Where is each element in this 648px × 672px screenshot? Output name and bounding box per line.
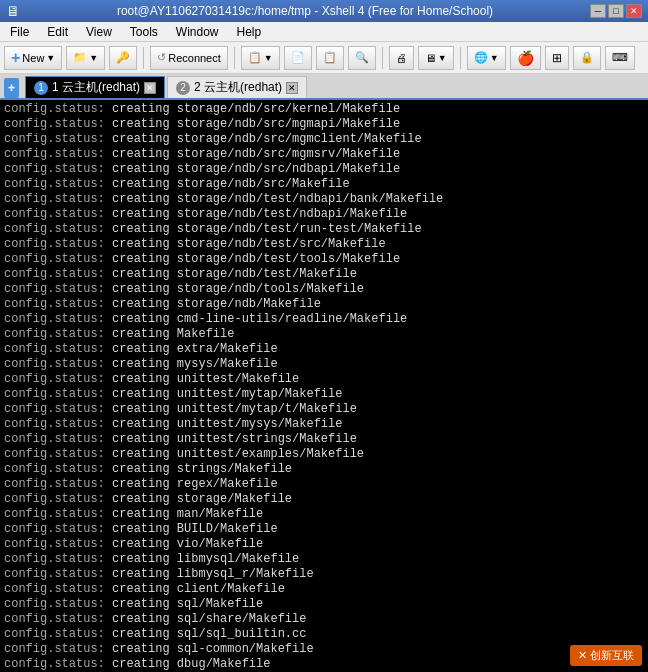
terminal-line: config.status: creating storage/ndb/test… bbox=[4, 252, 644, 267]
terminal-line: config.status: creating strings/Makefile bbox=[4, 462, 644, 477]
toolbar: + New ▼ 📁 ▼ 🔑 ↺ Reconnect 📋 ▼ 📄 📋 🔍 🖨 🖥 … bbox=[0, 42, 648, 74]
key-icon: 🔑 bbox=[116, 51, 130, 64]
terminal-line: config.status: creating storage/ndb/test… bbox=[4, 192, 644, 207]
terminal-line: config.status: creating storage/ndb/test… bbox=[4, 222, 644, 237]
reconnect-label: Reconnect bbox=[168, 52, 221, 64]
globe-button[interactable]: 🌐 ▼ bbox=[467, 46, 506, 70]
tab-1[interactable]: 1 1 云主机(redhat) ✕ bbox=[25, 76, 165, 98]
terminal-line: config.status: creating client/Makefile bbox=[4, 582, 644, 597]
terminal-line: config.status: creating storage/ndb/test… bbox=[4, 267, 644, 282]
menu-window[interactable]: Window bbox=[170, 24, 225, 40]
maximize-button[interactable]: □ bbox=[608, 4, 624, 18]
transfer-icon: 📄 bbox=[291, 51, 305, 64]
view-icon: 📋 bbox=[248, 51, 262, 64]
terminal-line: config.status: creating libmysql/Makefil… bbox=[4, 552, 644, 567]
clipboard-button[interactable]: 📋 bbox=[316, 46, 344, 70]
folder-button[interactable]: 📁 ▼ bbox=[66, 46, 105, 70]
terminal-line: config.status: creating unittest/mysys/M… bbox=[4, 417, 644, 432]
lock-button[interactable]: 🔒 bbox=[573, 46, 601, 70]
terminal-line: config.status: creating sql/Makefile bbox=[4, 597, 644, 612]
tab-1-num: 1 bbox=[34, 81, 48, 95]
menu-help[interactable]: Help bbox=[231, 24, 268, 40]
layout-button[interactable]: ⊞ bbox=[545, 46, 569, 70]
terminal-line: config.status: creating sql/sql_builtin.… bbox=[4, 627, 644, 642]
folder-dropdown-icon: ▼ bbox=[89, 53, 98, 63]
tab-2[interactable]: 2 2 云主机(redhat) ✕ bbox=[167, 76, 307, 98]
tab-2-num: 2 bbox=[176, 81, 190, 95]
terminal-line: config.status: creating storage/ndb/src/… bbox=[4, 162, 644, 177]
tab-2-close[interactable]: ✕ bbox=[286, 82, 298, 94]
tab-1-label: 1 云主机(redhat) bbox=[52, 79, 140, 96]
terminal-line: config.status: creating storage/ndb/Make… bbox=[4, 297, 644, 312]
title-bar: 🖥 root@AY110627031419c:/home/tmp - Xshel… bbox=[0, 0, 648, 22]
terminal-line: config.status: creating unittest/Makefil… bbox=[4, 372, 644, 387]
terminal-line: config.status: creating mysys/Makefile bbox=[4, 357, 644, 372]
terminal-line: config.status: creating libmysql_r/Makef… bbox=[4, 567, 644, 582]
minimize-button[interactable]: ─ bbox=[590, 4, 606, 18]
view-dropdown-icon: ▼ bbox=[264, 53, 273, 63]
clipboard-icon: 📋 bbox=[323, 51, 337, 64]
title-bar-icon: 🖥 bbox=[6, 3, 20, 19]
title-bar-controls: ─ □ ✕ bbox=[590, 4, 642, 18]
terminal-line: config.status: creating storage/ndb/src/… bbox=[4, 132, 644, 147]
menu-edit[interactable]: Edit bbox=[41, 24, 74, 40]
monitor-button[interactable]: 🖥 ▼ bbox=[418, 46, 454, 70]
menu-view[interactable]: View bbox=[80, 24, 118, 40]
key-button[interactable]: 🔑 bbox=[109, 46, 137, 70]
keyboard-button[interactable]: ⌨ bbox=[605, 46, 635, 70]
transfer-button[interactable]: 📄 bbox=[284, 46, 312, 70]
terminal-line: config.status: creating unittest/mytap/M… bbox=[4, 387, 644, 402]
folder-icon: 📁 bbox=[73, 51, 87, 64]
new-icon: + bbox=[11, 49, 20, 67]
separator-3 bbox=[382, 47, 383, 69]
separator-2 bbox=[234, 47, 235, 69]
terminal-line: config.status: creating unittest/example… bbox=[4, 447, 644, 462]
menu-file[interactable]: File bbox=[4, 24, 35, 40]
print-icon: 🖨 bbox=[396, 52, 407, 64]
menu-bar: File Edit View Tools Window Help bbox=[0, 22, 648, 42]
terminal-line: config.status: creating storage/Makefile bbox=[4, 492, 644, 507]
terminal-line: config.status: creating cmd-line-utils/r… bbox=[4, 312, 644, 327]
terminal-line: config.status: creating storage/ndb/src/… bbox=[4, 147, 644, 162]
terminal[interactable]: config.status: creating storage/ndb/src/… bbox=[0, 100, 648, 672]
new-button[interactable]: + New ▼ bbox=[4, 46, 62, 70]
tab-add-icon: + bbox=[4, 78, 19, 98]
terminal-line: config.status: creating dbug/Makefile bbox=[4, 657, 644, 672]
dropdown-arrow-icon: ▼ bbox=[46, 53, 55, 63]
terminal-line: config.status: creating sql-common/Makef… bbox=[4, 642, 644, 657]
terminal-line: config.status: creating man/Makefile bbox=[4, 507, 644, 522]
terminal-line: config.status: creating storage/ndb/src/… bbox=[4, 177, 644, 192]
terminal-line: config.status: creating extra/Makefile bbox=[4, 342, 644, 357]
tab-2-label: 2 云主机(redhat) bbox=[194, 79, 282, 96]
view-button[interactable]: 📋 ▼ bbox=[241, 46, 280, 70]
terminal-line: config.status: creating storage/ndb/src/… bbox=[4, 117, 644, 132]
title-bar-title: root@AY110627031419c:/home/tmp - Xshell … bbox=[20, 4, 590, 18]
new-label: New bbox=[22, 52, 44, 64]
layout-icon: ⊞ bbox=[552, 51, 562, 65]
icon-button2[interactable]: 🍎 bbox=[510, 46, 541, 70]
reconnect-button[interactable]: ↺ Reconnect bbox=[150, 46, 228, 70]
terminal-line: config.status: creating storage/ndb/tool… bbox=[4, 282, 644, 297]
terminal-line: config.status: creating vio/Makefile bbox=[4, 537, 644, 552]
globe-dropdown-icon: ▼ bbox=[490, 53, 499, 63]
monitor-dropdown-icon: ▼ bbox=[438, 53, 447, 63]
separator-4 bbox=[460, 47, 461, 69]
separator-1 bbox=[143, 47, 144, 69]
search-button[interactable]: 🔍 bbox=[348, 46, 376, 70]
monitor-icon: 🖥 bbox=[425, 52, 436, 64]
tab-1-close[interactable]: ✕ bbox=[144, 82, 156, 94]
globe-icon: 🌐 bbox=[474, 51, 488, 64]
terminal-line: config.status: creating unittest/strings… bbox=[4, 432, 644, 447]
print-button[interactable]: 🖨 bbox=[389, 46, 414, 70]
reconnect-icon: ↺ bbox=[157, 51, 166, 64]
terminal-line: config.status: creating storage/ndb/test… bbox=[4, 207, 644, 222]
terminal-line: config.status: creating sql/share/Makefi… bbox=[4, 612, 644, 627]
menu-tools[interactable]: Tools bbox=[124, 24, 164, 40]
terminal-line: config.status: creating unittest/mytap/t… bbox=[4, 402, 644, 417]
terminal-line: config.status: creating regex/Makefile bbox=[4, 477, 644, 492]
terminal-line: config.status: creating storage/ndb/src/… bbox=[4, 102, 644, 117]
tab-bar: + 1 1 云主机(redhat) ✕ 2 2 云主机(redhat) ✕ bbox=[0, 74, 648, 100]
close-button[interactable]: ✕ bbox=[626, 4, 642, 18]
lock-icon: 🔒 bbox=[580, 51, 594, 64]
terminal-line: config.status: creating storage/ndb/test… bbox=[4, 237, 644, 252]
